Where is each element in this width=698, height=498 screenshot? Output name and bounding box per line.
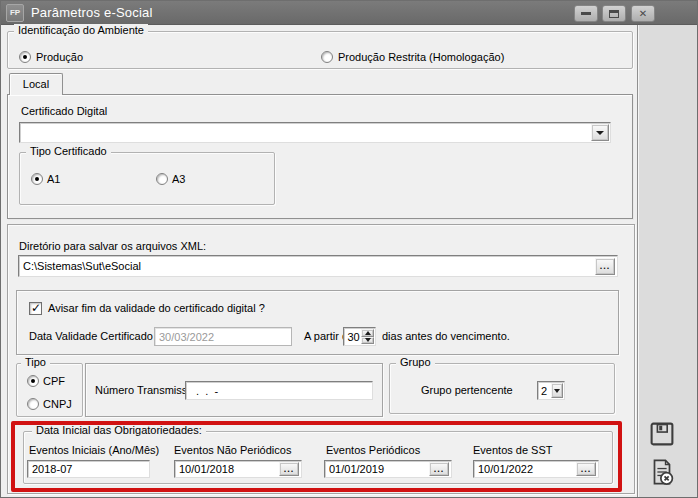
spinner-buttons xyxy=(361,329,374,344)
maximize-icon xyxy=(609,10,619,18)
eventos-nao-periodicos-label: Eventos Não Periódicos xyxy=(174,444,291,456)
radio-cnpj-label: CNPJ xyxy=(43,398,72,410)
grupo-pertencente-label: Grupo pertencente xyxy=(421,384,513,396)
tipo-group-title: Tipo xyxy=(21,356,50,368)
radio-cpf-label: CPF xyxy=(43,375,65,387)
minimize-button[interactable] xyxy=(574,5,598,22)
radio-cnpj[interactable] xyxy=(27,398,39,410)
grupo-pertencente-dropdown[interactable] xyxy=(537,381,565,400)
close-button[interactable]: ✕ xyxy=(631,5,655,22)
data-validade-input xyxy=(155,328,291,345)
chevron-down-icon xyxy=(365,338,371,342)
eventos-nao-periodicos-browse-button[interactable]: ... xyxy=(279,462,299,476)
avisar-validade-label: Avisar fim da validade do certificado di… xyxy=(48,302,265,314)
save-button[interactable] xyxy=(645,417,679,451)
grupo-dropdown-button[interactable] xyxy=(551,383,563,398)
minimize-icon xyxy=(581,12,591,15)
eventos-periodicos-browse-button[interactable]: ... xyxy=(429,462,449,476)
window-title: Parâmetros e-Social xyxy=(31,5,153,20)
radio-a1[interactable] xyxy=(31,173,43,185)
save-floppy-icon xyxy=(647,419,677,449)
eventos-nao-periodicos-field[interactable]: ... xyxy=(174,460,302,478)
eventos-iniciais-field[interactable] xyxy=(27,460,150,478)
chevron-down-icon xyxy=(554,389,560,393)
validade-panel xyxy=(16,290,619,355)
certificado-digital-label: Certificado Digital xyxy=(21,105,107,117)
avisar-validade-checkbox[interactable] xyxy=(29,302,42,315)
diretorio-browse-button[interactable]: ... xyxy=(595,258,615,275)
certificado-digital-combobox[interactable] xyxy=(19,122,611,143)
radio-a3[interactable] xyxy=(156,173,168,185)
ambiente-groupbox: Identificação do Ambiente xyxy=(7,31,633,69)
ambiente-group-title: Identificação do Ambiente xyxy=(14,24,148,36)
tab-local[interactable]: Local xyxy=(9,73,63,95)
numero-transmissor-input[interactable] xyxy=(186,382,372,399)
close-icon: ✕ xyxy=(639,8,647,19)
radio-cpf[interactable] xyxy=(27,375,39,387)
app-icon: FP xyxy=(6,4,24,22)
diretorio-input[interactable] xyxy=(19,256,617,276)
grupo-group-title: Grupo xyxy=(396,356,435,368)
radio-producao-restrita[interactable] xyxy=(321,51,333,63)
numero-transmissor-label: Número Transmissor xyxy=(95,384,197,396)
diretorio-label: Diretório para salvar os arquivos XML: xyxy=(19,240,206,252)
title-bar: FP Parâmetros e-Social ✕ xyxy=(1,1,697,25)
tab-local-label: Local xyxy=(23,78,49,90)
certificado-dropdown-button[interactable] xyxy=(591,124,609,141)
document-cancel-icon xyxy=(647,457,677,487)
grupo-pertencente-value[interactable] xyxy=(538,382,551,399)
dias-spinner[interactable] xyxy=(343,327,376,346)
eventos-periodicos-label: Eventos Periódicos xyxy=(326,444,420,456)
eventos-iniciais-label: Eventos Iniciais (Ano/Mês) xyxy=(29,444,159,456)
discard-button[interactable] xyxy=(645,455,679,489)
eventos-iniciais-input[interactable] xyxy=(28,461,149,477)
radio-producao[interactable] xyxy=(19,51,31,63)
eventos-sst-field[interactable]: ... xyxy=(473,460,599,478)
spinner-down-button[interactable] xyxy=(361,337,374,345)
radio-producao-label: Produção xyxy=(36,51,83,63)
radio-a1-label: A1 xyxy=(47,173,60,185)
certificado-digital-input[interactable] xyxy=(20,123,610,142)
eventos-sst-label: Eventos de SST xyxy=(473,444,553,456)
tipo-certificado-group-title: Tipo Certificado xyxy=(26,145,111,157)
maximize-button[interactable] xyxy=(602,5,626,22)
diretorio-field[interactable]: ... xyxy=(18,255,618,277)
spinner-up-button[interactable] xyxy=(361,329,374,337)
radio-producao-restrita-label: Produção Restrita (Homologação) xyxy=(338,51,504,63)
parametros-esocial-window: FP Parâmetros e-Social ✕ Identificação d… xyxy=(0,0,698,498)
radio-a3-label: A3 xyxy=(172,173,185,185)
data-validade-label: Data Validade Certificado xyxy=(29,330,153,342)
obrigatoriedades-group-title: Data Inicial das Obrigatoriedades: xyxy=(32,424,206,436)
dias-antes-label: dias antes do vencimento. xyxy=(382,330,510,342)
eventos-periodicos-field[interactable]: ... xyxy=(324,460,452,478)
eventos-sst-browse-button[interactable]: ... xyxy=(576,462,596,476)
chevron-down-icon xyxy=(596,131,604,135)
data-validade-field xyxy=(154,327,292,346)
numero-transmissor-field[interactable] xyxy=(185,381,373,400)
chevron-up-icon xyxy=(365,331,371,335)
